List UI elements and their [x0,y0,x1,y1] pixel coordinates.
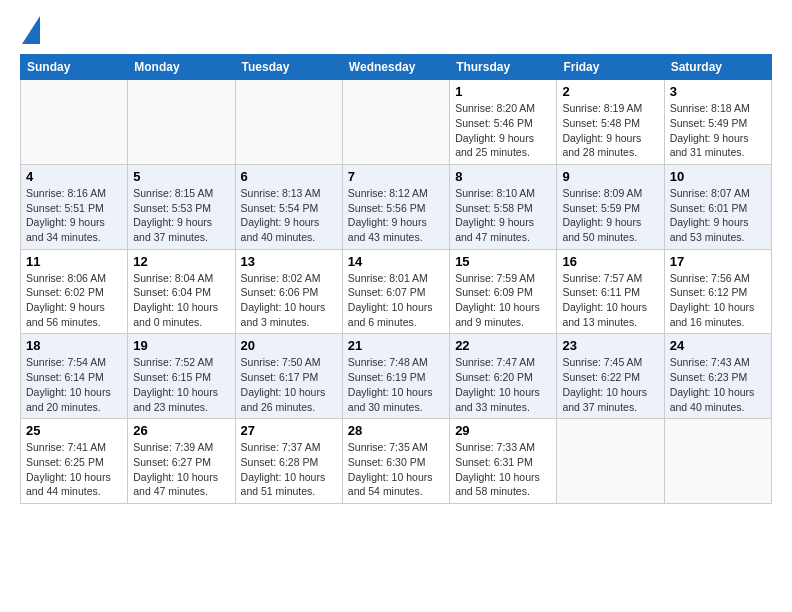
calendar-cell: 18Sunrise: 7:54 AMSunset: 6:14 PMDayligh… [21,334,128,419]
calendar-cell [557,419,664,504]
calendar-header-row: SundayMondayTuesdayWednesdayThursdayFrid… [21,55,772,80]
calendar-cell: 3Sunrise: 8:18 AMSunset: 5:49 PMDaylight… [664,80,771,165]
calendar-cell: 15Sunrise: 7:59 AMSunset: 6:09 PMDayligh… [450,249,557,334]
day-info: Sunrise: 7:39 AMSunset: 6:27 PMDaylight:… [133,440,229,499]
calendar-header-friday: Friday [557,55,664,80]
day-number: 12 [133,254,229,269]
day-number: 14 [348,254,444,269]
day-info: Sunrise: 8:19 AMSunset: 5:48 PMDaylight:… [562,101,658,160]
calendar-week-row: 4Sunrise: 8:16 AMSunset: 5:51 PMDaylight… [21,164,772,249]
calendar-header-sunday: Sunday [21,55,128,80]
day-info: Sunrise: 7:54 AMSunset: 6:14 PMDaylight:… [26,355,122,414]
day-number: 7 [348,169,444,184]
calendar-cell: 12Sunrise: 8:04 AMSunset: 6:04 PMDayligh… [128,249,235,334]
day-info: Sunrise: 8:06 AMSunset: 6:02 PMDaylight:… [26,271,122,330]
day-info: Sunrise: 8:12 AMSunset: 5:56 PMDaylight:… [348,186,444,245]
calendar-week-row: 11Sunrise: 8:06 AMSunset: 6:02 PMDayligh… [21,249,772,334]
calendar-cell: 28Sunrise: 7:35 AMSunset: 6:30 PMDayligh… [342,419,449,504]
day-info: Sunrise: 7:50 AMSunset: 6:17 PMDaylight:… [241,355,337,414]
day-number: 17 [670,254,766,269]
calendar-cell: 13Sunrise: 8:02 AMSunset: 6:06 PMDayligh… [235,249,342,334]
day-info: Sunrise: 8:15 AMSunset: 5:53 PMDaylight:… [133,186,229,245]
calendar-week-row: 25Sunrise: 7:41 AMSunset: 6:25 PMDayligh… [21,419,772,504]
calendar-header-wednesday: Wednesday [342,55,449,80]
day-info: Sunrise: 7:52 AMSunset: 6:15 PMDaylight:… [133,355,229,414]
day-number: 6 [241,169,337,184]
day-number: 11 [26,254,122,269]
calendar-cell: 21Sunrise: 7:48 AMSunset: 6:19 PMDayligh… [342,334,449,419]
day-info: Sunrise: 8:10 AMSunset: 5:58 PMDaylight:… [455,186,551,245]
day-number: 23 [562,338,658,353]
day-number: 27 [241,423,337,438]
day-info: Sunrise: 7:57 AMSunset: 6:11 PMDaylight:… [562,271,658,330]
day-number: 3 [670,84,766,99]
calendar-cell: 19Sunrise: 7:52 AMSunset: 6:15 PMDayligh… [128,334,235,419]
day-number: 29 [455,423,551,438]
calendar-cell: 5Sunrise: 8:15 AMSunset: 5:53 PMDaylight… [128,164,235,249]
day-info: Sunrise: 7:59 AMSunset: 6:09 PMDaylight:… [455,271,551,330]
day-number: 25 [26,423,122,438]
day-info: Sunrise: 7:47 AMSunset: 6:20 PMDaylight:… [455,355,551,414]
day-number: 21 [348,338,444,353]
calendar-cell: 4Sunrise: 8:16 AMSunset: 5:51 PMDaylight… [21,164,128,249]
calendar-cell [21,80,128,165]
day-number: 16 [562,254,658,269]
calendar-cell: 11Sunrise: 8:06 AMSunset: 6:02 PMDayligh… [21,249,128,334]
calendar-cell [128,80,235,165]
calendar-cell: 2Sunrise: 8:19 AMSunset: 5:48 PMDaylight… [557,80,664,165]
day-info: Sunrise: 7:45 AMSunset: 6:22 PMDaylight:… [562,355,658,414]
day-info: Sunrise: 8:20 AMSunset: 5:46 PMDaylight:… [455,101,551,160]
day-info: Sunrise: 7:43 AMSunset: 6:23 PMDaylight:… [670,355,766,414]
day-number: 5 [133,169,229,184]
logo-icon [22,16,40,44]
calendar-header-thursday: Thursday [450,55,557,80]
calendar-table: SundayMondayTuesdayWednesdayThursdayFrid… [20,54,772,504]
day-info: Sunrise: 8:16 AMSunset: 5:51 PMDaylight:… [26,186,122,245]
day-info: Sunrise: 8:13 AMSunset: 5:54 PMDaylight:… [241,186,337,245]
calendar-cell: 16Sunrise: 7:57 AMSunset: 6:11 PMDayligh… [557,249,664,334]
day-info: Sunrise: 8:09 AMSunset: 5:59 PMDaylight:… [562,186,658,245]
day-number: 13 [241,254,337,269]
calendar-header-monday: Monday [128,55,235,80]
day-info: Sunrise: 8:18 AMSunset: 5:49 PMDaylight:… [670,101,766,160]
day-number: 8 [455,169,551,184]
calendar-cell: 20Sunrise: 7:50 AMSunset: 6:17 PMDayligh… [235,334,342,419]
calendar-cell: 9Sunrise: 8:09 AMSunset: 5:59 PMDaylight… [557,164,664,249]
calendar-cell: 25Sunrise: 7:41 AMSunset: 6:25 PMDayligh… [21,419,128,504]
day-number: 4 [26,169,122,184]
day-number: 1 [455,84,551,99]
day-info: Sunrise: 8:07 AMSunset: 6:01 PMDaylight:… [670,186,766,245]
calendar-cell: 7Sunrise: 8:12 AMSunset: 5:56 PMDaylight… [342,164,449,249]
calendar-cell: 23Sunrise: 7:45 AMSunset: 6:22 PMDayligh… [557,334,664,419]
day-number: 24 [670,338,766,353]
day-number: 15 [455,254,551,269]
day-number: 26 [133,423,229,438]
calendar-cell: 14Sunrise: 8:01 AMSunset: 6:07 PMDayligh… [342,249,449,334]
day-number: 2 [562,84,658,99]
day-number: 18 [26,338,122,353]
day-number: 20 [241,338,337,353]
calendar-cell: 24Sunrise: 7:43 AMSunset: 6:23 PMDayligh… [664,334,771,419]
calendar-week-row: 18Sunrise: 7:54 AMSunset: 6:14 PMDayligh… [21,334,772,419]
day-info: Sunrise: 7:48 AMSunset: 6:19 PMDaylight:… [348,355,444,414]
calendar-cell: 27Sunrise: 7:37 AMSunset: 6:28 PMDayligh… [235,419,342,504]
calendar-week-row: 1Sunrise: 8:20 AMSunset: 5:46 PMDaylight… [21,80,772,165]
day-number: 22 [455,338,551,353]
day-number: 9 [562,169,658,184]
day-info: Sunrise: 7:56 AMSunset: 6:12 PMDaylight:… [670,271,766,330]
calendar-cell: 17Sunrise: 7:56 AMSunset: 6:12 PMDayligh… [664,249,771,334]
calendar-cell [342,80,449,165]
calendar-header-saturday: Saturday [664,55,771,80]
day-info: Sunrise: 7:41 AMSunset: 6:25 PMDaylight:… [26,440,122,499]
day-number: 19 [133,338,229,353]
day-number: 28 [348,423,444,438]
calendar-cell [664,419,771,504]
calendar-cell: 22Sunrise: 7:47 AMSunset: 6:20 PMDayligh… [450,334,557,419]
day-info: Sunrise: 8:02 AMSunset: 6:06 PMDaylight:… [241,271,337,330]
svg-marker-0 [22,16,40,44]
calendar-cell: 26Sunrise: 7:39 AMSunset: 6:27 PMDayligh… [128,419,235,504]
day-info: Sunrise: 7:37 AMSunset: 6:28 PMDaylight:… [241,440,337,499]
page-header [20,20,772,44]
day-info: Sunrise: 7:33 AMSunset: 6:31 PMDaylight:… [455,440,551,499]
day-info: Sunrise: 8:04 AMSunset: 6:04 PMDaylight:… [133,271,229,330]
